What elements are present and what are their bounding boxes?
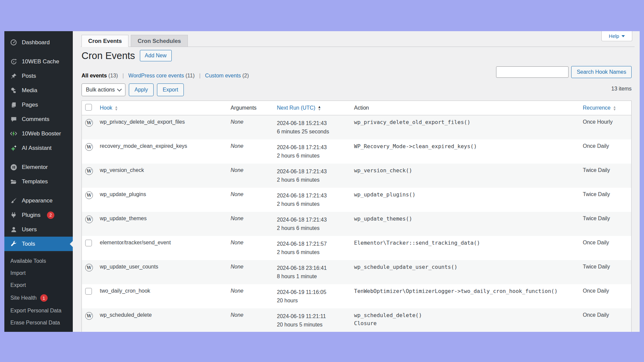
tab-cron-schedules[interactable]: Cron Schedules [131,35,187,47]
hook-name[interactable]: recovery_mode_clean_expired_keys [97,139,227,164]
filter-all-count: (13) [108,73,118,78]
recurrence-value: Once Daily [580,308,632,332]
page-background: Dashboard 10WEB Cache Posts Media [0,0,644,362]
filter-core-count: (11) [185,73,195,78]
sidebar-item-tools[interactable]: Tools [4,237,73,251]
comment-bubble-icon [10,115,17,123]
sidebar-item-10web-booster[interactable]: 10Web Booster [4,126,73,141]
sidebar-item-elementor[interactable]: Elementor [4,160,73,174]
sort-arrows-icon [318,106,321,111]
table-row: recovery_mode_clean_expired_keys None 20… [82,139,632,164]
sidebar-item-label: Dashboard [22,39,50,46]
filter-core-events[interactable]: WordPress core events [128,73,184,78]
filter-custom-events[interactable]: Custom events [205,73,241,78]
wordpress-icon [85,167,93,175]
next-run-countdown: 2 hours 6 minutes [277,200,347,208]
cache-refresh-icon [10,58,17,65]
recurrence-value: Twice Daily [580,188,632,212]
tab-cron-events[interactable]: Cron Events [82,35,128,47]
hook-name[interactable]: wp_scheduled_delete [97,308,227,332]
sidebar-item-label: Tools [22,241,35,247]
plugins-update-badge: 2 [47,212,54,219]
recurrence-value: Twice Daily [580,212,632,236]
sidebar-item-users[interactable]: Users [4,222,73,237]
next-run-datetime: 2024-06-18 17:21:43 [277,191,347,200]
recurrence-value: Once Daily [580,284,632,308]
action-callback: wp_version_check() [354,167,576,174]
paintbrush-icon [10,197,17,204]
user-icon [10,226,17,233]
bulk-actions-select[interactable]: Bulk actions [82,83,125,96]
row-checkbox[interactable] [85,240,92,246]
wordpress-icon [85,191,93,199]
submenu-item-label: Erase Personal Data [10,320,60,325]
help-button-label: Help [609,33,619,39]
submenu-item-export-personal-data[interactable]: Export Personal Data [4,305,73,317]
sidebar-item-label: 10WEB Cache [22,58,59,65]
arguments-value: None [227,115,274,140]
search-hook-names-button[interactable]: Search Hook Names [571,66,632,78]
action-callback: WP_Recovery_Mode->clean_expired_keys() [354,143,576,149]
event-filters: All events (13) | WordPress core events … [82,73,249,79]
column-header-hook[interactable]: Hook [100,105,112,111]
filter-separator: | [122,73,124,78]
sidebar-item-appearance[interactable]: Appearance [4,193,73,208]
submenu-item-available-tools[interactable]: Available Tools [4,255,73,267]
hook-name[interactable]: wp_version_check [97,164,227,188]
sidebar-item-label: Elementor [22,164,48,171]
sidebar-item-ai-assistant[interactable]: AI Assistant [4,141,73,155]
recurrence-value: Once Hourly [580,115,632,140]
site-health-badge: 1 [40,294,48,302]
next-run-countdown: 6 minutes 25 seconds [277,127,347,136]
action-callback: wp_scheduled_delete() [354,312,576,318]
arguments-value: None [227,236,274,260]
next-run-datetime: 2024-06-18 17:21:57 [277,240,347,248]
export-button[interactable]: Export [157,83,184,96]
column-header-next-run[interactable]: Next Run (UTC) [277,105,316,111]
arguments-value: None [227,164,274,188]
apply-button[interactable]: Apply [129,83,154,96]
arguments-value: None [227,260,274,284]
sidebar-item-plugins[interactable]: Plugins 2 [4,208,73,222]
hook-name[interactable]: wp_privacy_delete_old_export_files [97,115,227,140]
add-new-button[interactable]: Add New [140,50,172,61]
sidebar-item-label: Appearance [22,197,53,204]
sidebar-item-label: AI Assistant [22,145,52,152]
filter-all-events[interactable]: All events [82,73,107,78]
submenu-item-export[interactable]: Export [4,279,73,291]
sidebar-item-dashboard[interactable]: Dashboard [4,35,73,50]
sidebar-item-pages[interactable]: Pages [4,98,73,112]
plug-icon [10,211,17,219]
hook-name[interactable]: wp_update_plugins [97,188,227,212]
booster-lightning-icon [10,130,17,137]
select-all-checkbox[interactable] [85,104,92,111]
submenu-item-cron-events[interactable]: Cron Events [4,329,73,332]
ai-sparkle-icon [10,144,17,152]
arguments-value: None [227,284,274,308]
help-button[interactable]: Help [601,31,632,41]
submenu-item-erase-personal-data[interactable]: Erase Personal Data [4,317,73,329]
wordpress-icon [85,312,93,320]
media-icon [10,86,17,94]
sidebar-item-posts[interactable]: Posts [4,69,73,83]
sidebar-item-comments[interactable]: Comments [4,112,73,126]
submenu-item-import[interactable]: Import [4,267,73,279]
next-run-datetime: 2024-06-18 17:21:43 [277,216,347,224]
submenu-item-site-health[interactable]: Site Health 1 [4,291,73,305]
table-header-row: Hook Arguments Next Run (UTC) Action Rec… [82,101,632,115]
column-header-recurrence[interactable]: Recurrence [583,105,611,111]
sidebar-item-media[interactable]: Media [4,83,73,98]
row-checkbox[interactable] [85,288,92,295]
hook-name[interactable]: two_daily_cron_hook [97,284,227,308]
hook-name[interactable]: wp_update_themes [97,212,227,236]
action-callback: TenWebOptimizer\OptimizerLogger->two_dai… [354,288,576,294]
sidebar-item-templates[interactable]: Templates [4,174,73,189]
elementor-icon [10,163,17,171]
sidebar-item-10web-cache[interactable]: 10WEB Cache [4,54,73,69]
hook-name[interactable]: elementor/tracker/send_event [97,236,227,260]
next-run-countdown: 20 hours [277,296,347,305]
hook-name[interactable]: wp_update_user_counts [97,260,227,284]
recurrence-value: Once Daily [580,236,632,260]
search-input[interactable] [496,66,569,78]
title-bar: Cron Events Add New [82,50,172,61]
